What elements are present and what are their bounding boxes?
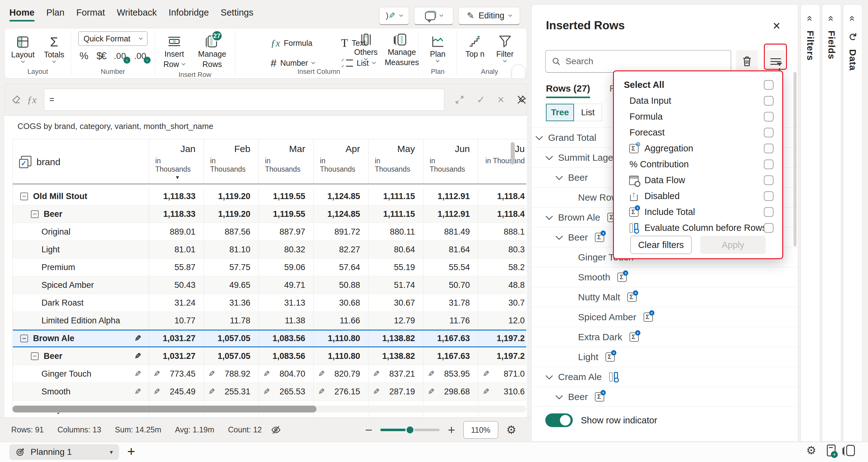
zoom-slider-thumb[interactable] xyxy=(405,425,415,435)
value-cell[interactable]: 81.01 xyxy=(149,241,204,258)
menu-item-home[interactable]: Home xyxy=(9,7,35,22)
formula-input[interactable]: = xyxy=(44,89,444,110)
value-cell[interactable]: 1,119.55 xyxy=(259,205,314,223)
panel-tab-rows-27-[interactable]: Rows (27) xyxy=(546,83,590,98)
value-cell[interactable]: 1,119.20 xyxy=(204,188,259,205)
row-label-cell[interactable]: Dark Roast xyxy=(13,294,149,311)
tree-item[interactable]: Beer+ xyxy=(532,387,798,407)
confirm-formula-icon[interactable]: ✓ xyxy=(477,94,485,106)
column-header-mar[interactable]: Marin Thousands xyxy=(259,139,314,184)
side-tab-data[interactable]: «↻Data xyxy=(843,4,862,442)
filter-option-formula[interactable]: Formula xyxy=(614,109,782,125)
manage-rows-button[interactable]: 27 Manage Rows xyxy=(195,33,229,71)
collapse-row-icon[interactable] xyxy=(20,335,28,342)
new-report-icon[interactable]: + xyxy=(827,444,836,456)
table-row[interactable]: Old Mill Stout1,118.331,119.201,119.551,… xyxy=(13,188,526,205)
value-cell[interactable]: ✎265.53 xyxy=(259,383,314,400)
value-cell[interactable]: 891.72 xyxy=(314,223,369,240)
column-header-jun[interactable]: Junin Thousands xyxy=(424,139,478,184)
quick-format-select[interactable]: Quick Format xyxy=(78,31,148,46)
row-label-cell[interactable]: Smooth✎ xyxy=(13,383,149,400)
value-cell[interactable]: 887.97 xyxy=(259,223,314,240)
value-cell[interactable]: ✎788.92 xyxy=(204,365,259,383)
value-cell[interactable]: 30.7 xyxy=(478,294,526,311)
value-cell[interactable]: 49.65 xyxy=(204,276,259,294)
menu-item-infobridge[interactable]: Infobridge xyxy=(169,7,209,22)
value-cell[interactable]: 31.13 xyxy=(259,294,314,311)
editing-mode-button[interactable]: ✎ Editing xyxy=(458,7,520,25)
side-tab-fields[interactable]: «Fields xyxy=(822,4,841,442)
column-header-may[interactable]: Mayin Thousands xyxy=(369,139,424,184)
filter-option--contribution[interactable]: % Contribution xyxy=(614,156,782,172)
value-cell[interactable]: 80.64 xyxy=(369,241,424,258)
value-cell[interactable]: 82.27 xyxy=(314,241,369,258)
value-cell[interactable]: 1,138.82 xyxy=(369,331,424,346)
value-cell[interactable]: 55.19 xyxy=(369,259,424,276)
value-cell[interactable]: 48.8 xyxy=(478,276,526,294)
value-cell[interactable]: 888.1 xyxy=(478,223,526,240)
value-cell[interactable]: 11.76 xyxy=(424,312,478,329)
filter-option-data-flow[interactable]: Data Flow xyxy=(614,172,782,188)
menu-item-writeback[interactable]: Writeback xyxy=(117,7,156,22)
value-cell[interactable]: 881.49 xyxy=(424,223,478,240)
zoom-level[interactable]: 110% xyxy=(463,421,498,439)
value-cell[interactable]: 12.79 xyxy=(369,312,424,329)
expand-panel-icon[interactable]: « xyxy=(847,16,858,22)
table-settings-gear-icon[interactable]: ⚙ xyxy=(506,423,516,436)
tree-item[interactable]: Extra Dark+ xyxy=(532,327,798,347)
menu-item-settings[interactable]: Settings xyxy=(221,7,253,22)
table-row[interactable]: Spiced Amber50.4349.6549.7150.8851.7450.… xyxy=(13,276,526,294)
filter-option-checkbox[interactable] xyxy=(764,175,774,185)
side-tab-filters[interactable]: «Filters xyxy=(801,4,820,442)
value-cell[interactable]: 51.74 xyxy=(369,276,424,294)
value-cell[interactable]: 1,112.91 xyxy=(424,205,478,223)
tree-item[interactable]: Spiced Amber+ xyxy=(532,307,798,327)
ribbon-overflow-button[interactable]: › xyxy=(512,65,525,78)
table-row[interactable]: Brown Ale✎1,031.271,057.051,083.561,110.… xyxy=(13,330,526,348)
manage-measures-button[interactable]: Manage Measures xyxy=(382,31,422,69)
expand-formula-icon[interactable] xyxy=(455,95,464,104)
insert-row-button[interactable]: Insert Row xyxy=(160,33,188,71)
value-cell[interactable]: 58.2 xyxy=(478,259,526,276)
chevron-down-icon[interactable] xyxy=(545,153,553,160)
show-row-indicator-toggle[interactable] xyxy=(545,414,573,427)
refresh-icon[interactable]: ↻ xyxy=(846,32,859,41)
value-cell[interactable]: 81.64 xyxy=(424,241,478,258)
row-label-cell[interactable]: Old Mill Stout xyxy=(13,188,149,205)
value-cell[interactable]: 11.66 xyxy=(314,312,369,329)
table-row[interactable]: Beer1,118.331,119.201,119.551,124.851,11… xyxy=(13,205,526,223)
increase-decimal-button[interactable]: .00› xyxy=(134,51,146,61)
clear-filters-button[interactable]: Clear filters xyxy=(630,236,691,254)
chevron-down-icon[interactable] xyxy=(555,173,563,180)
value-cell[interactable]: 1,197.2 xyxy=(478,331,526,346)
decrease-decimal-button[interactable]: .00‹ xyxy=(114,51,126,61)
row-label-cell[interactable]: Premium xyxy=(13,259,149,276)
horizontal-scrollbar[interactable] xyxy=(12,406,526,412)
value-cell[interactable]: ✎871.0 xyxy=(478,365,526,383)
column-header-ju[interactable]: Juin Thousand xyxy=(478,139,526,184)
value-cell[interactable]: 11.78 xyxy=(204,312,259,329)
layout-button[interactable]: Layout xyxy=(8,33,38,65)
totals-button[interactable]: Σ Totals xyxy=(41,33,67,65)
value-cell[interactable]: ✎298.68 xyxy=(424,383,478,400)
menu-item-plan[interactable]: Plan xyxy=(46,7,65,22)
value-cell[interactable]: 1,118.33 xyxy=(149,205,204,223)
collapse-row-icon[interactable] xyxy=(31,352,39,360)
value-cell[interactable]: 1,118.4 xyxy=(478,205,526,223)
cancel-formula-icon[interactable]: × xyxy=(498,93,504,106)
value-cell[interactable]: ✎245.49 xyxy=(149,383,204,400)
insert-formula-column-button[interactable]: ƒxFormula xyxy=(268,36,328,50)
column-header-apr[interactable]: Aprin Thousands xyxy=(314,139,369,184)
column-header-jan[interactable]: Janin Thousands▼ xyxy=(149,139,204,184)
table-row[interactable]: Beer✎1,031.271,057.051,083.561,110.801,1… xyxy=(13,348,526,365)
value-cell[interactable]: 1,057.05 xyxy=(204,348,259,365)
panel-close-icon[interactable]: × xyxy=(773,19,780,33)
value-cell[interactable]: 1,124.85 xyxy=(314,205,369,223)
table-row[interactable]: Ginger Touch✎✎773.45✎788.92✎804.70✎820.7… xyxy=(13,365,526,383)
chevron-down-icon[interactable] xyxy=(535,133,543,140)
value-cell[interactable]: 10.77 xyxy=(149,312,204,329)
value-cell[interactable]: ✎820.79 xyxy=(314,365,369,383)
value-cell[interactable]: 1,138.82 xyxy=(369,348,424,365)
comments-button[interactable] xyxy=(414,7,453,25)
row-label-cell[interactable]: Ginger Touch✎ xyxy=(13,365,149,383)
